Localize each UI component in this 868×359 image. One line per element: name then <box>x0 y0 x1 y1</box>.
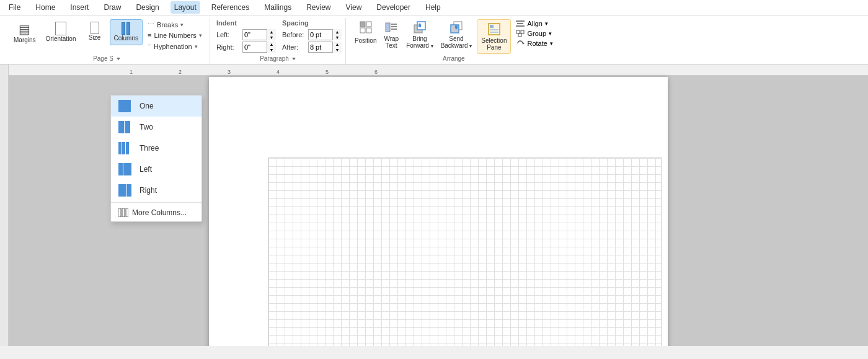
breaks-button[interactable]: ⋯ Breaks ▾ <box>145 19 205 30</box>
columns-dropdown: One Two Three Left <box>110 95 202 222</box>
columns-three-option[interactable]: Three <box>111 138 202 159</box>
wrap-text-label: WrapText <box>384 35 399 49</box>
indent-right-label: Right: <box>216 43 240 51</box>
arrange-group: Position WrapText <box>347 18 560 64</box>
columns-one-icon <box>118 100 133 112</box>
columns-two-label: Two <box>140 123 153 131</box>
columns-two-option[interactable]: Two <box>111 117 202 138</box>
svg-marker-1 <box>292 58 296 60</box>
spacing-before-label: Before: <box>282 31 306 38</box>
indent-left-label: Left: <box>216 31 240 38</box>
hyphenation-arrow: ▾ <box>195 43 198 50</box>
spacing-after-input[interactable] <box>310 43 332 51</box>
hyphenation-icon: ⁻ <box>148 42 151 50</box>
indent-right-down[interactable]: ▼ <box>267 47 276 53</box>
svg-rect-29 <box>126 208 128 217</box>
bring-forward-arrow: ▾ <box>431 43 433 49</box>
spacing-group: Spacing Before: ▲ ▼ <box>282 19 340 53</box>
wrap-text-icon <box>384 20 398 35</box>
group-button[interactable]: Group ▾ <box>513 29 555 38</box>
columns-one-option[interactable]: One <box>111 95 202 117</box>
ruler-top: 1 2 3 4 5 6 <box>9 64 868 76</box>
selection-pane-label: SelectionPane <box>481 37 507 51</box>
spacing-after-down[interactable]: ▼ <box>333 47 342 53</box>
more-columns-option[interactable]: More Columns... <box>111 204 202 221</box>
ruler-marks: 1 2 3 4 5 6 <box>9 64 868 75</box>
spacing-after-label: After: <box>282 43 306 51</box>
indent-left-input[interactable] <box>244 31 267 38</box>
indent-group: Indent Left: ▲ ▼ <box>216 19 275 53</box>
columns-icon <box>122 22 130 35</box>
ruler-mark-2: 2 <box>179 69 182 75</box>
svg-rect-14 <box>451 25 459 33</box>
svg-rect-23 <box>516 30 520 33</box>
columns-left-label: Left <box>140 165 152 174</box>
columns-right-option[interactable]: Right <box>111 180 202 201</box>
spacing-before-down[interactable]: ▼ <box>333 35 342 40</box>
orientation-button[interactable]: Orientation <box>42 19 80 45</box>
menu-help[interactable]: Help <box>422 1 445 14</box>
breaks-icon: ⋯ <box>148 20 154 29</box>
menu-design[interactable]: Design <box>132 1 162 14</box>
svg-rect-2 <box>360 22 365 27</box>
menu-mailings[interactable]: Mailings <box>260 1 295 14</box>
spacing-after-spinner: ▲ ▼ <box>332 42 342 53</box>
menu-home[interactable]: Home <box>32 1 59 14</box>
svg-rect-11 <box>417 22 425 30</box>
ruler-mark-1: 1 <box>130 69 133 75</box>
indent-right-input[interactable] <box>244 43 267 51</box>
indent-left-up[interactable]: ▲ <box>267 29 276 35</box>
menu-references[interactable]: References <box>208 1 253 14</box>
paragraph-expand-icon[interactable] <box>291 56 297 62</box>
margins-icon: ▤ <box>19 22 30 37</box>
ruler-mark-3: 3 <box>228 69 231 75</box>
align-button[interactable]: Align ▾ <box>513 19 555 28</box>
svg-rect-6 <box>386 23 390 32</box>
selection-pane-icon <box>487 22 501 37</box>
hyphenation-button[interactable]: ⁻ Hyphenation ▾ <box>145 41 205 51</box>
page-setup-small-btns: ⋯ Breaks ▾ ≡ Line Numbers ▾ ⁻ Hyphenatio… <box>145 19 205 51</box>
send-backward-icon <box>450 20 463 35</box>
spacing-before-input[interactable] <box>310 31 332 38</box>
columns-button[interactable]: Columns <box>110 19 143 45</box>
svg-rect-24 <box>521 30 524 33</box>
columns-left-option[interactable]: Left <box>111 159 202 180</box>
svg-marker-26 <box>523 42 525 45</box>
position-button[interactable]: Position <box>352 19 379 45</box>
size-button[interactable]: Size <box>82 19 107 44</box>
arrange-label: Arrange <box>352 54 556 64</box>
group-icon <box>516 30 525 37</box>
menu-view[interactable]: View <box>342 1 366 14</box>
spacing-before-up[interactable]: ▲ <box>333 29 342 35</box>
rotate-button[interactable]: Rotate ▾ <box>513 39 555 48</box>
menu-developer[interactable]: Developer <box>373 1 414 14</box>
menu-draw[interactable]: Draw <box>100 1 125 14</box>
spacing-after-up[interactable]: ▲ <box>333 42 342 47</box>
more-columns-icon <box>118 208 128 217</box>
menu-file[interactable]: File <box>5 1 24 14</box>
line-numbers-button[interactable]: ≡ Line Numbers ▾ <box>145 30 205 40</box>
position-icon <box>359 20 373 37</box>
svg-rect-25 <box>518 33 521 37</box>
wrap-text-button[interactable]: WrapText <box>381 19 401 50</box>
page-setup-expand-icon[interactable] <box>115 56 122 62</box>
breaks-arrow: ▾ <box>180 22 184 28</box>
columns-three-label: Three <box>140 144 159 153</box>
menu-layout[interactable]: Layout <box>170 1 200 14</box>
selection-pane-button[interactable]: SelectionPane <box>477 19 511 54</box>
send-backward-button[interactable]: SendBackward ▾ <box>438 19 475 50</box>
margins-label: Margins <box>14 37 36 44</box>
paragraph-label: Paragraph <box>216 54 340 64</box>
ruler-left <box>0 64 9 346</box>
svg-rect-5 <box>366 28 371 33</box>
paragraph-group: Indent Left: ▲ ▼ <box>211 18 346 64</box>
columns-two-icon <box>118 121 133 133</box>
indent-right-up[interactable]: ▲ <box>267 42 276 47</box>
bring-forward-button[interactable]: BringForward ▾ <box>404 19 435 50</box>
indent-left-down[interactable]: ▼ <box>267 35 276 40</box>
menu-review[interactable]: Review <box>303 1 334 14</box>
svg-rect-27 <box>118 208 121 217</box>
line-numbers-arrow: ▾ <box>199 32 202 38</box>
menu-insert[interactable]: Insert <box>66 1 92 14</box>
margins-button[interactable]: ▤ Margins <box>10 19 40 47</box>
